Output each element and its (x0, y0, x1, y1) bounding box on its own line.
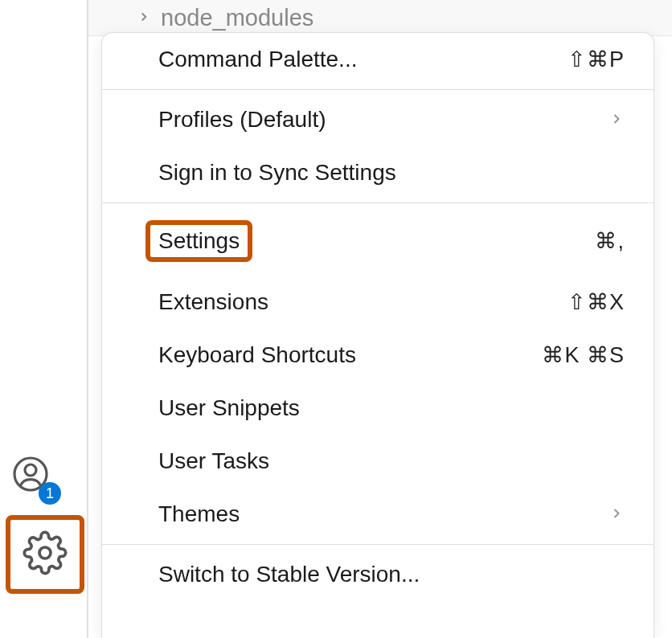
chevron-right-icon (137, 8, 151, 29)
menu-label: Sign in to Sync Settings (158, 160, 396, 186)
menu-shortcut: ⇧⌘X (568, 289, 625, 315)
menu-label: User Snippets (158, 395, 300, 421)
menu-separator (102, 544, 654, 545)
activity-bar: 1 (0, 0, 88, 638)
menu-item-sign-in-sync[interactable]: Sign in to Sync Settings (102, 146, 654, 199)
folder-name: node_modules (161, 5, 313, 31)
menu-separator (102, 202, 654, 203)
accounts-button[interactable]: 1 (11, 455, 58, 501)
menu-item-settings[interactable]: Settings ⌘, (102, 207, 654, 276)
accounts-badge: 1 (39, 482, 61, 505)
menu-item-profiles[interactable]: Profiles (Default) (102, 93, 654, 146)
menu-label: Extensions (158, 289, 268, 315)
chevron-right-icon (608, 107, 625, 133)
menu-label: User Tasks (158, 448, 269, 474)
svg-point-1 (25, 464, 36, 476)
menu-item-switch-version[interactable]: Switch to Stable Version... (102, 548, 654, 601)
manage-context-menu: Command Palette... ⇧⌘P Profiles (Default… (101, 32, 654, 638)
menu-item-extensions[interactable]: Extensions ⇧⌘X (102, 276, 654, 329)
menu-label: Profiles (Default) (158, 107, 326, 133)
settings-highlight: Settings (145, 220, 252, 262)
menu-item-user-tasks[interactable]: User Tasks (102, 435, 654, 488)
menu-item-user-snippets[interactable]: User Snippets (102, 382, 654, 435)
menu-label: Themes (158, 501, 240, 527)
menu-shortcut: ⌘, (595, 228, 625, 254)
svg-point-2 (39, 547, 51, 558)
chevron-right-icon (608, 501, 625, 527)
menu-item-keyboard-shortcuts[interactable]: Keyboard Shortcuts ⌘K ⌘S (102, 329, 654, 382)
menu-label: Command Palette... (158, 47, 357, 72)
menu-label: Settings (158, 228, 240, 253)
manage-button[interactable] (23, 530, 68, 579)
manage-button-highlight (6, 515, 84, 594)
menu-item-command-palette[interactable]: Command Palette... ⇧⌘P (102, 33, 654, 86)
menu-shortcut: ⇧⌘P (568, 47, 625, 72)
gear-icon (23, 530, 68, 575)
menu-shortcut: ⌘K ⌘S (542, 342, 625, 368)
explorer-area: node_modules (88, 0, 672, 36)
folder-row[interactable]: node_modules (88, 0, 672, 36)
menu-item-themes[interactable]: Themes (102, 488, 654, 541)
menu-separator (102, 89, 654, 90)
menu-label: Switch to Stable Version... (158, 562, 420, 587)
menu-label: Keyboard Shortcuts (158, 342, 356, 368)
